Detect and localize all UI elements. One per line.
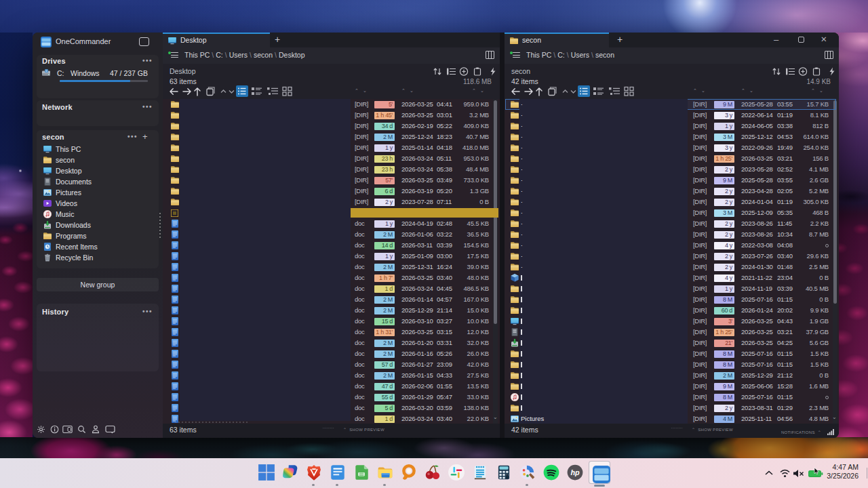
- svg-text:hp: hp: [570, 468, 580, 476]
